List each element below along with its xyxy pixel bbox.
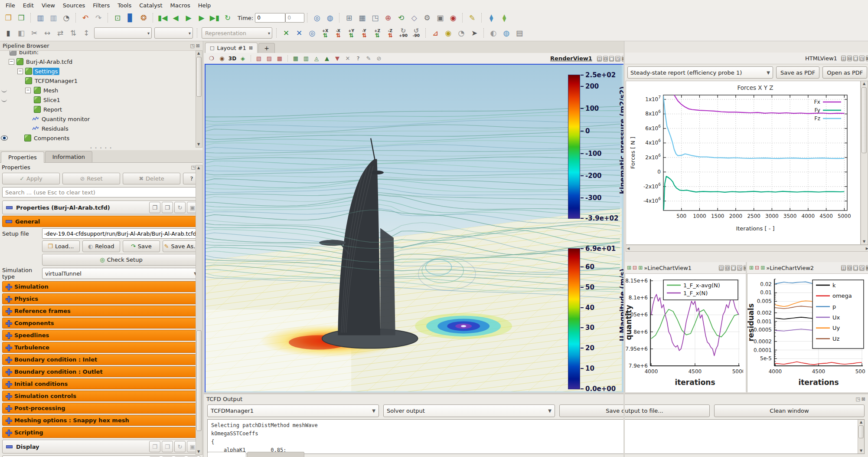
layer-stack-icon[interactable]: ▤ [513, 27, 525, 39]
color-legend-icon[interactable]: ▊ [124, 12, 137, 24]
visibility-on-icon[interactable] [1, 135, 8, 141]
split-horizontal-icon[interactable]: ◫ [841, 265, 846, 271]
maximize-icon[interactable]: □ [609, 56, 614, 62]
dock-icon[interactable]: ◳ [191, 164, 195, 170]
center-rotation-icon[interactable]: ◉ [442, 27, 454, 39]
align-camera-icon[interactable]: ⊿ [429, 27, 441, 39]
hover-cells-icon[interactable]: ✎ [364, 53, 373, 63]
popout-icon[interactable]: ◳ [737, 265, 742, 271]
colorbar-u-magnitude[interactable]: 6.9e+016050403020100.0e+00 [568, 248, 580, 389]
paste-display-icon[interactable]: ❒ [162, 441, 173, 452]
timer-icon[interactable]: ◔ [60, 12, 72, 24]
pipeline-item-tcfdmanager1[interactable]: TCFDManager1 [0, 76, 202, 85]
view-minus-x-button[interactable]: -X⇅ [332, 26, 344, 39]
visibility-off-icon[interactable] [1, 88, 7, 92]
messages-tab[interactable] [247, 452, 304, 457]
delete-button[interactable]: ✖Delete [123, 173, 180, 184]
expander-icon[interactable]: − [17, 69, 23, 74]
menu-tools[interactable]: Tools [114, 1, 135, 10]
swap-chart-icon[interactable]: ⊞ [638, 265, 643, 271]
camera-save-icon[interactable]: ◉ [217, 53, 227, 63]
connect-icon[interactable]: ▥ [34, 12, 46, 24]
report-select[interactable]: Steady-state report (efficiency probe 1)… [627, 66, 773, 79]
open-file-icon[interactable]: ❐ [2, 12, 14, 24]
panel-splitter[interactable]: • • • • • [0, 147, 202, 150]
add-chart-icon[interactable]: ⊞ [627, 265, 631, 271]
load-button[interactable]: ❐Load... [42, 240, 80, 252]
menu-sources[interactable]: Sources [59, 1, 89, 10]
menu-help[interactable]: Help [194, 1, 215, 10]
axes-3d-icon[interactable]: ⊕ [382, 12, 394, 24]
split-horizontal-icon[interactable]: ◫ [841, 56, 846, 61]
simulation-type-select[interactable]: virtualTunnel ▼ [42, 268, 200, 279]
clean-window-button[interactable]: Clean window [714, 404, 865, 417]
split-horizontal-icon[interactable]: ◫ [597, 56, 602, 62]
next-frame-icon[interactable]: ▶ [196, 12, 208, 24]
popout-icon[interactable]: ◳ [859, 56, 864, 61]
select-frustum-icon[interactable]: ▩ [275, 53, 284, 63]
view-minus-y-button[interactable]: -Y⇅ [358, 26, 370, 39]
pipeline-item-residuals[interactable]: Residuals [0, 124, 202, 133]
reset-button[interactable]: ⊘Reset [62, 173, 120, 184]
expander-icon[interactable]: − [25, 88, 31, 93]
previous-frame-icon[interactable]: ◀ [170, 12, 182, 24]
record-animation-icon[interactable]: ◉ [447, 12, 459, 24]
disconnect-icon[interactable]: ▥ [47, 12, 59, 24]
select-points-icon[interactable]: ◍ [324, 12, 336, 24]
measure-tool-icon[interactable]: ✎ [466, 12, 478, 24]
first-frame-icon[interactable]: ▮◀ [157, 12, 169, 24]
save-as-button[interactable]: ✎Save As... [163, 240, 200, 252]
reset-camera-icon[interactable]: ⟲ [395, 12, 407, 24]
pipeline-item-quantity-monitor[interactable]: Quantity monitor [0, 114, 202, 124]
section-speedlines[interactable]: Speedlines [2, 330, 200, 341]
loop-icon[interactable]: ↻ [222, 12, 234, 24]
section-boundary-condition-inlet[interactable]: Boundary condition : Inlet [2, 354, 200, 365]
time-input[interactable] [255, 13, 285, 23]
output-tab[interactable] [207, 452, 246, 457]
component-select[interactable]: ▾ [154, 27, 193, 39]
expander-icon[interactable]: − [9, 59, 14, 65]
menu-macros[interactable]: Macros [166, 1, 194, 10]
save-as-pdf-button[interactable]: Save as PDF [776, 66, 819, 79]
zoom-to-data-icon[interactable]: ◎ [311, 12, 323, 24]
view-plus-z-button[interactable]: +Z⇅ [371, 26, 383, 39]
pipeline-item-burj-al-arab-tcfd[interactable]: −Burj-Al-Arab.tcfd [0, 57, 202, 66]
output-stream-select[interactable]: Solver output▼ [383, 404, 555, 417]
remove-chart-icon[interactable]: ⊟ [633, 265, 637, 271]
quantity-chart[interactable]: 4000450050008.15e+68.1e+68.05e+68e+67.95… [625, 273, 747, 393]
dock-icon[interactable]: ◳ [190, 43, 194, 49]
ghost-cells-icon[interactable]: ◧ [15, 27, 27, 39]
pipeline-item-mesh[interactable]: −Mesh [0, 85, 202, 95]
popout-icon[interactable]: ◳ [615, 56, 620, 62]
section-turbulence[interactable]: Turbulence [2, 342, 200, 353]
color-blind-sim-icon[interactable]: ◍ [500, 27, 512, 39]
section-general[interactable]: General [2, 216, 200, 227]
view-header[interactable]: View (Render View) ❐ ❒ ↻ ▣ [2, 455, 200, 457]
solid-bar-icon[interactable]: ▮ [2, 27, 14, 39]
copy-display-icon[interactable]: ❐ [149, 441, 160, 452]
clear-selection-icon[interactable]: ✕ [343, 53, 352, 63]
split-view-icon[interactable]: ◳ [369, 12, 381, 24]
source-properties-header[interactable]: Properties (Burj-Al-Arab.tcfd) ❐ ❒ ↻ ▣ [2, 201, 200, 214]
section-boundary-condition-outlet[interactable]: Boundary condition : Outlet [2, 366, 200, 377]
display-header[interactable]: Display ❐ ❒ ↻ ▣ [2, 440, 200, 454]
tab-properties[interactable]: Properties [1, 151, 44, 163]
close-icon[interactable]: ⊠ [861, 396, 865, 402]
link-rotate-icon[interactable]: ⇄ [54, 27, 66, 39]
shrink-selection-icon[interactable]: ▼ [333, 53, 342, 63]
remove-chart-icon[interactable]: ⊟ [755, 265, 759, 271]
add-chart-icon[interactable]: ⊞ [749, 265, 754, 271]
check-setup-button[interactable]: ◎Check Setup [42, 254, 200, 266]
split-vertical-icon[interactable]: ⊟ [847, 56, 852, 61]
select-points-rect-icon[interactable]: ▨ [264, 53, 274, 63]
pipeline-item-components[interactable]: Components [0, 133, 202, 143]
search-input[interactable] [2, 187, 204, 197]
swap-chart-icon[interactable]: ⊞ [760, 265, 765, 271]
paste-view-icon[interactable]: ⧫ [498, 12, 510, 24]
save-data-icon[interactable]: ❒ [15, 12, 27, 24]
copy-properties-icon[interactable]: ❐ [149, 202, 160, 213]
select-block-icon[interactable]: ◬ [312, 53, 321, 63]
section-initial-conditions[interactable]: Initial conditions [2, 378, 200, 389]
save-button[interactable]: ↷Save [123, 240, 160, 252]
zoom-box-icon[interactable]: ◎ [306, 27, 318, 39]
